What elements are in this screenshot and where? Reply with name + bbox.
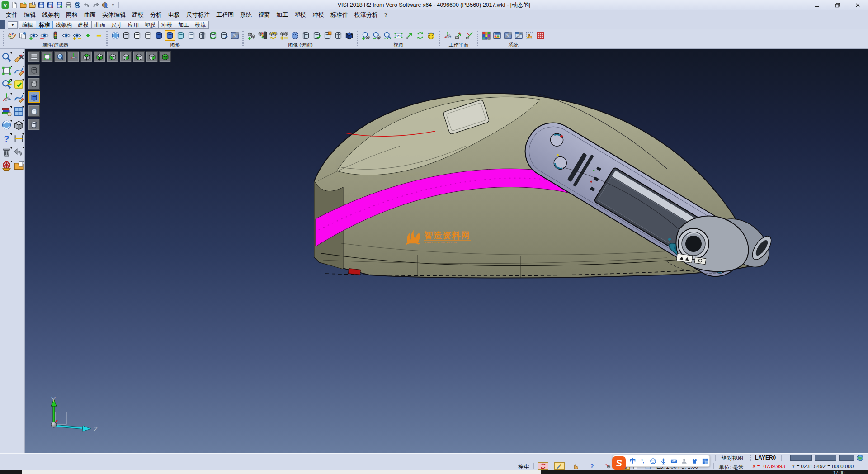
mic-icon[interactable] bbox=[660, 458, 667, 465]
render-shaded-button[interactable] bbox=[28, 91, 40, 103]
filter-plus-icon[interactable] bbox=[83, 30, 93, 41]
min-button[interactable] bbox=[807, 0, 827, 10]
workplane-rotate-icon[interactable] bbox=[464, 30, 475, 41]
tab-线架构[interactable]: 线架构 bbox=[52, 21, 75, 29]
menu-item-文件[interactable]: 文件 bbox=[3, 10, 21, 19]
tab-编辑[interactable]: 编辑 bbox=[19, 21, 36, 29]
quick-access-dropdown-icon[interactable]: ▼ bbox=[110, 3, 116, 7]
tab-冲模[interactable]: 冲模 bbox=[158, 21, 175, 29]
lock-toggle-label[interactable]: 拴牢 bbox=[518, 463, 529, 471]
preview-icon[interactable] bbox=[74, 1, 81, 9]
globe-icon[interactable] bbox=[856, 454, 864, 462]
new-file-icon[interactable] bbox=[10, 1, 18, 9]
render-hidden-button[interactable] bbox=[28, 78, 40, 90]
render-light-button[interactable] bbox=[28, 105, 40, 117]
solids-traffic-icon[interactable] bbox=[257, 30, 268, 41]
open-project-icon[interactable] bbox=[28, 1, 36, 9]
window-grid-icon[interactable] bbox=[14, 106, 24, 117]
viewport-3d[interactable]: Y Z 智造资料网 WWW.ZHIZAOZILIAO.COM bbox=[25, 49, 868, 453]
window-tools-icon[interactable] bbox=[514, 30, 524, 41]
workplane-axes-icon[interactable] bbox=[443, 30, 453, 41]
cube-back-button[interactable] bbox=[120, 51, 132, 62]
delete-trash-icon[interactable] bbox=[1, 147, 12, 157]
graphics-wrench-icon[interactable] bbox=[230, 30, 240, 41]
solid-cube-icon[interactable] bbox=[14, 120, 24, 130]
view-rotate-icon[interactable] bbox=[415, 30, 425, 41]
eye-refresh-icon[interactable] bbox=[61, 30, 71, 41]
selection-frame-icon[interactable] bbox=[1, 66, 12, 76]
undo-sweep-icon[interactable] bbox=[14, 147, 24, 157]
save-copy-icon[interactable] bbox=[47, 1, 54, 9]
zoom-extents-button[interactable] bbox=[41, 51, 53, 62]
zoom-cube-minus-icon[interactable] bbox=[372, 30, 382, 41]
selection-hand-icon[interactable] bbox=[524, 30, 535, 41]
keyboard-icon[interactable] bbox=[670, 458, 677, 465]
system-tools-icon[interactable] bbox=[503, 30, 513, 41]
menu-item-模流分析[interactable]: 模流分析 bbox=[351, 10, 381, 19]
cylinder-check-icon[interactable] bbox=[311, 30, 322, 41]
visi-logo-icon[interactable]: V bbox=[1, 1, 9, 9]
menu-item-分析[interactable]: 分析 bbox=[147, 10, 165, 19]
attribute-copy-icon[interactable] bbox=[18, 30, 28, 41]
cylinder-arrow-icon[interactable] bbox=[219, 30, 229, 41]
viewport-menu-button[interactable] bbox=[28, 51, 40, 62]
attribute-paint-icon[interactable] bbox=[7, 30, 17, 41]
cylinder-blue-dark-icon[interactable] bbox=[154, 30, 164, 41]
zoom-plus-minus-icon[interactable] bbox=[1, 79, 12, 90]
tab-塑膜[interactable]: 塑膜 bbox=[142, 21, 159, 29]
quick-help-button[interactable]: ? bbox=[587, 462, 597, 470]
view-smiley-icon[interactable] bbox=[426, 30, 436, 41]
undo-icon[interactable] bbox=[83, 1, 90, 9]
cylinder-wire-icon[interactable] bbox=[121, 30, 132, 41]
menu-item-实体编辑[interactable]: 实体编辑 bbox=[99, 10, 129, 19]
attribute-books-icon[interactable] bbox=[1, 106, 12, 117]
taskbar-app-strip[interactable] bbox=[22, 470, 541, 474]
active-layer-label[interactable]: LAYER0 bbox=[755, 455, 776, 461]
cylinder-light-icon[interactable] bbox=[186, 30, 197, 41]
windows-taskbar[interactable]: 17:00 bbox=[0, 470, 868, 474]
grid-icon[interactable] bbox=[702, 458, 708, 465]
zoom-lens-2-button[interactable] bbox=[54, 51, 66, 62]
tab-应用[interactable]: 应用 bbox=[125, 21, 142, 29]
navigation-wheel-icon[interactable] bbox=[1, 161, 12, 171]
cylinder-mesh-icon[interactable] bbox=[197, 30, 208, 41]
save-icon[interactable] bbox=[38, 1, 45, 9]
punct-icon[interactable]: °, bbox=[639, 458, 646, 465]
eye-remove-icon[interactable] bbox=[39, 30, 50, 41]
spline-pencil-icon[interactable] bbox=[14, 66, 24, 76]
cube-top-button[interactable] bbox=[80, 51, 92, 62]
cylinder-striped-icon[interactable] bbox=[301, 30, 311, 41]
cube-iso-button[interactable] bbox=[159, 51, 171, 62]
save-all-icon[interactable] bbox=[56, 1, 63, 9]
cube-left-button[interactable] bbox=[133, 51, 145, 62]
tab-模流[interactable]: 模流 bbox=[192, 21, 209, 29]
zoom-cube-plus-icon[interactable] bbox=[361, 30, 371, 41]
sogou-ime-icon[interactable]: S bbox=[612, 456, 626, 470]
touch-hand-button[interactable] bbox=[571, 462, 581, 470]
measure-width-icon[interactable] bbox=[14, 133, 24, 144]
cylinder-refresh-icon[interactable] bbox=[208, 30, 218, 41]
axes-origin-icon[interactable] bbox=[1, 93, 12, 103]
render-wire-button[interactable] bbox=[28, 64, 40, 76]
skin-icon[interactable] bbox=[691, 458, 698, 465]
menu-item-尺寸标注[interactable]: 尺寸标注 bbox=[183, 10, 213, 19]
menu-item-建模[interactable]: 建模 bbox=[129, 10, 147, 19]
open-file-icon[interactable] bbox=[19, 1, 27, 9]
axes-triad-button[interactable] bbox=[67, 51, 79, 62]
solids-plus-icon[interactable] bbox=[246, 30, 257, 41]
cylinder-cyan-icon[interactable] bbox=[175, 30, 186, 41]
print-icon[interactable] bbox=[65, 1, 72, 9]
snap-rotate-button[interactable] bbox=[538, 462, 548, 470]
model-refresh-icon[interactable] bbox=[1, 120, 12, 130]
refresh-ball-icon[interactable] bbox=[110, 30, 121, 41]
solid-diamond-icon[interactable] bbox=[344, 30, 354, 41]
solids-refresh-icon[interactable] bbox=[268, 30, 278, 41]
cylinder-flag-icon[interactable] bbox=[322, 30, 333, 41]
zoom-arrow-icon[interactable] bbox=[404, 30, 415, 41]
emoji-icon[interactable] bbox=[650, 458, 656, 465]
redo-icon[interactable] bbox=[92, 1, 99, 9]
filter-minus-icon[interactable] bbox=[94, 30, 104, 41]
traffic-light-icon[interactable] bbox=[50, 30, 61, 41]
grid-red-icon[interactable] bbox=[535, 30, 546, 41]
cylinder-blue-icon[interactable] bbox=[165, 30, 175, 41]
